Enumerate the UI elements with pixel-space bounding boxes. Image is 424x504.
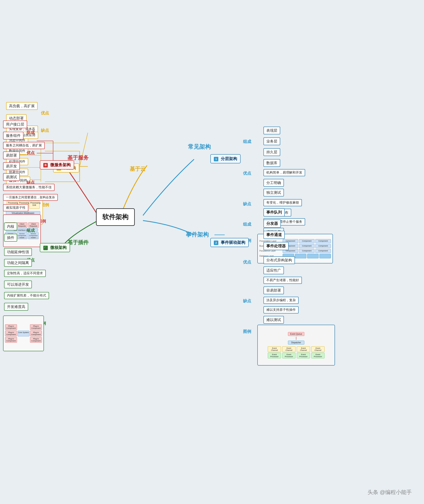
- event-node-难以测试: 难以测试: [263, 316, 284, 324]
- layered-cat-node: 1 分层架构: [210, 154, 241, 163]
- plugin-branch-label: 基于插件: [67, 239, 89, 246]
- layered-node-表现层: 表现层: [263, 127, 280, 134]
- event-cat-node: 2 事件驱动架构: [210, 238, 249, 247]
- layered-node-业务层: 业务层: [263, 137, 280, 145]
- plugin-icon: 🔌: [43, 246, 48, 250]
- plugin-cat-node: 🔌 微核架构: [40, 243, 70, 252]
- event-sub-图例: 图例: [243, 329, 251, 334]
- layered-node-独立测试: 独立测试: [263, 189, 284, 196]
- event-node-容易部署: 容易部署: [263, 286, 284, 294]
- svg-line-10: [80, 133, 88, 166]
- layered-icon: 1: [214, 157, 218, 161]
- event-branch-label: 事件架构: [186, 231, 209, 238]
- service-node-耦合低: 服务之间耦合低，易扩展: [3, 142, 45, 149]
- service-node-易部署: 易部署: [3, 151, 20, 159]
- plugin-node-开发难度高: 开发难度高: [4, 303, 28, 311]
- layered-sub-组成: 组成: [243, 139, 251, 144]
- plugin-node-定制性高: 定制性高，适应不同需求: [4, 270, 46, 277]
- cloud-branch-label: 基于云: [130, 165, 146, 173]
- layered-branch-label: 常见架构: [188, 143, 211, 151]
- service-node-服务组件: 服务组件: [3, 132, 24, 139]
- event-node-事件处理器: 事件处理器: [263, 242, 289, 250]
- layered-sub-缺点: 缺点: [243, 201, 251, 207]
- event-node-异步编程: 涉及异步编程，复杂: [263, 297, 299, 304]
- plugin-node-内核: 内核: [4, 223, 17, 230]
- center-label: 软件架构: [102, 213, 128, 221]
- event-diagram: Event Queue Dispatcher Event Channel Eve…: [257, 325, 335, 366]
- event-sub-优点: 优点: [243, 259, 251, 265]
- event-node-事件通道: 事件通道: [263, 231, 285, 239]
- plugin-node-功能延伸: 功能延伸性强: [4, 248, 32, 256]
- plugin-node-插件: 插件: [4, 234, 17, 242]
- event-node-事件队列: 事件队列: [263, 208, 285, 217]
- event-node-不易堵塞: 不易产生堵塞，性能好: [263, 277, 302, 284]
- center-node: 软件架构: [96, 208, 135, 226]
- plugin-sub-组成: 组成: [26, 228, 35, 233]
- service-cat-node: ⚙ 微服务架构: [40, 160, 74, 169]
- cloud-sub-优点: 优点: [41, 110, 49, 116]
- plugin-node-渐进开发: 可以渐进开发: [4, 280, 32, 288]
- event-icon: 2: [214, 241, 218, 245]
- event-node-分发器: 分发器: [263, 219, 281, 228]
- service-node-性能不佳: 系统依赖大量微服务，性能不佳: [3, 184, 55, 191]
- event-sub-组成: 组成: [243, 222, 251, 227]
- service-node-易测试: 易测试: [3, 173, 20, 181]
- plugin-diagram: Plug-in Component Plug-in Component Plug…: [3, 316, 44, 351]
- layered-node-机构简单: 机构简单，易理解和开发: [263, 169, 305, 176]
- event-node-原子性操作: 难以支持原子性操作: [263, 306, 299, 313]
- cloud-sub-缺点: 缺点: [41, 128, 49, 133]
- layered-node-持久层: 持久层: [263, 148, 280, 156]
- layered-sub-优点: 优点: [243, 170, 251, 176]
- service-node-易开发: 易开发: [3, 162, 20, 170]
- service-node-用户接口层: 用户接口层: [3, 120, 27, 128]
- service-icon: ⚙: [43, 163, 48, 168]
- event-node-分布式异构: 分布式异构架构: [263, 256, 295, 264]
- service-diagram: Client Requests Client Requests Client R…: [3, 214, 41, 247]
- layered-node-数据库: 数据库: [263, 159, 280, 167]
- service-node-架构复杂: 一旦服务之间需要通信，架构会复杂: [3, 194, 58, 201]
- service-sub-组成: 组成: [26, 130, 35, 135]
- plugin-node-功能隔离: 功能之间隔离: [4, 259, 32, 267]
- event-sub-缺点: 缺点: [243, 298, 251, 304]
- service-sub-优点: 优点: [26, 150, 35, 156]
- watermark: 头条 @编程小能手: [368, 489, 412, 496]
- layered-node-分工明确: 分工明确: [263, 179, 284, 187]
- cloud-node-高负载: 高负载，高扩展: [6, 102, 37, 110]
- service-node-原子性: 难实现原子性: [3, 204, 28, 211]
- mind-map-container: 软件架构 基于云 ☁ 云架构 处理单元 虚拟中间件 组成 消息中间件 数据中间件…: [0, 0, 424, 504]
- layered-node-维护麻烦: 有变化，维护修改麻烦: [263, 199, 302, 206]
- event-node-适应性广: 适应性广: [263, 267, 284, 274]
- plugin-node-不能分布式: 内核扩展性差，不能分布式: [4, 292, 49, 299]
